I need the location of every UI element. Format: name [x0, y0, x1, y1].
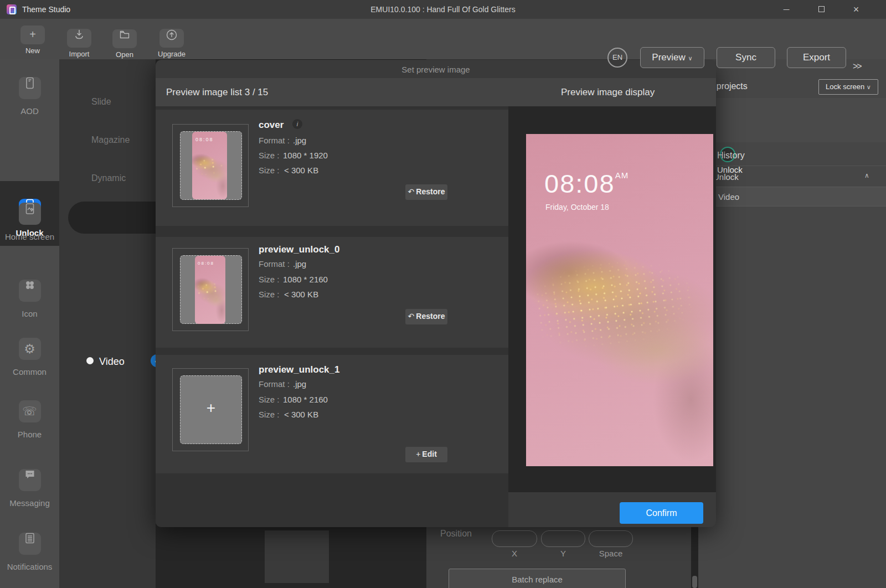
size-label: Size :: [259, 151, 280, 160]
format-label: Format :: [259, 259, 290, 269]
new-label: New: [17, 47, 48, 55]
dialog-title: Set preview image: [156, 65, 716, 74]
glitter-overlay: [533, 251, 703, 356]
sidebar-item-home-screen[interactable]: Home screen: [0, 198, 59, 242]
space-label: Space: [589, 549, 633, 558]
restore-label: Restore: [416, 312, 445, 321]
dialog-subheader: Preview image list 3 / 15 Preview image …: [156, 78, 716, 106]
screen-type-value: Lock screen: [826, 82, 864, 91]
close-button[interactable]: ×: [848, 4, 864, 15]
icon-label: Icon: [0, 308, 59, 319]
format-label: Format :: [259, 379, 290, 389]
subnav-item-magazine[interactable]: Magazine: [91, 135, 130, 145]
glitter-overlay: [193, 156, 225, 177]
unlock-section-row[interactable]: Unlock ∧: [698, 166, 886, 187]
sidebar-item-phone[interactable]: ☏ Phone: [0, 400, 59, 440]
batch-replace-button[interactable]: Batch replace: [449, 569, 626, 588]
size-value: 1080 * 2160: [283, 275, 328, 284]
projects-panel: >> My projects Lock screen ∨ Unlock Hist…: [698, 59, 886, 588]
item-name: cover: [259, 120, 284, 131]
edit-button[interactable]: +Edit: [405, 447, 447, 462]
sync-button[interactable]: Sync: [717, 47, 775, 68]
filesize-label: Size :: [259, 290, 280, 299]
subnav-panel: Slide Magazine Dynamic Video ✓: [59, 59, 156, 588]
unlock0-thumbnail-image: 08:08: [195, 256, 225, 324]
confirm-button[interactable]: Confirm: [620, 502, 703, 524]
import-button[interactable]: Import: [63, 25, 96, 58]
format-value: .jpg: [293, 136, 306, 145]
space-input[interactable]: [589, 530, 633, 547]
thumbnail-frame: +: [172, 368, 249, 451]
lockscreen-ampm: AM: [615, 171, 629, 180]
y-input[interactable]: [541, 530, 585, 547]
undo-icon: ↶: [408, 187, 415, 196]
export-button[interactable]: Export: [787, 47, 846, 68]
x-label: X: [492, 549, 537, 558]
sidebar-item-notifications[interactable]: Notifications: [0, 527, 59, 572]
new-button[interactable]: + New: [17, 25, 48, 55]
thumb-clock: 08:08: [198, 261, 214, 266]
size-value: 1080 * 1920: [283, 151, 328, 160]
size-value: 1080 * 2160: [283, 395, 328, 404]
lockscreen-clock: 08:08AM: [544, 168, 629, 199]
upgrade-button[interactable]: Upgrade: [154, 25, 189, 58]
canvas-thumbnail-frame[interactable]: [265, 530, 329, 583]
notifications-label: Notifications: [0, 561, 59, 572]
maximize-button[interactable]: [813, 4, 830, 15]
thumbnail-frame: 08:08: [172, 124, 249, 207]
video-label: Video: [99, 356, 125, 368]
open-button[interactable]: Open: [109, 25, 141, 59]
size-label: Size :: [259, 395, 280, 404]
preview-button[interactable]: Preview ∨: [640, 47, 704, 68]
chevron-down-icon: ∨: [867, 84, 871, 90]
lockscreen-date: Friday, October 18: [545, 203, 609, 212]
plus-icon: +: [20, 25, 45, 44]
home-screen-label: Home screen: [0, 231, 59, 242]
project-item[interactable]: Unlock: [698, 98, 886, 142]
subnav-item-video[interactable]: Video ✓: [68, 202, 156, 234]
y-label: Y: [541, 549, 585, 558]
scrollbar-thumb[interactable]: [692, 576, 697, 588]
aod-label: AOD: [0, 106, 59, 116]
notifications-icon: [19, 533, 41, 555]
collapse-panel-icon[interactable]: >>: [853, 61, 861, 71]
restore-button[interactable]: ↶Restore: [405, 309, 447, 324]
scrollbar[interactable]: [691, 527, 698, 588]
minimize-button[interactable]: ─: [778, 4, 795, 15]
sidebar-item-aod[interactable]: AOD: [0, 72, 59, 116]
list-item-preview-unlock-1[interactable]: + preview_unlock_1 Format : .jpg Size : …: [156, 355, 508, 473]
item-name: preview_unlock_0: [259, 244, 339, 255]
import-label: Import: [63, 50, 96, 58]
restore-label: Restore: [416, 187, 445, 196]
sidebar-item-icon[interactable]: Icon: [0, 274, 59, 319]
sidebar-item-common[interactable]: ⚙ Common: [0, 338, 59, 377]
x-input[interactable]: [492, 530, 537, 547]
language-button[interactable]: EN: [607, 48, 627, 68]
list-item-cover[interactable]: 08:08 cover i Format : .jpg Size : 1080 …: [156, 110, 508, 226]
restore-button[interactable]: ↶Restore: [405, 184, 447, 200]
sidebar-item-messaging[interactable]: Messaging: [0, 463, 59, 508]
message-bubble-icon: [19, 469, 41, 491]
history-item[interactable]: History: [717, 151, 745, 161]
item-name: preview_unlock_1: [259, 364, 339, 375]
phone-preview-image: 08:08AM Friday, October 18: [526, 134, 713, 466]
icon-grid-icon: [19, 280, 41, 302]
messaging-label: Messaging: [0, 498, 59, 508]
sidebar: AOD Unlock Home screen Icon ⚙ Common ☏ P…: [0, 59, 59, 588]
subnav-item-slide[interactable]: Slide: [91, 97, 111, 107]
common-label: Common: [0, 367, 59, 377]
titlebar: Theme Studio EMUI10.0.100 : Hand Full Of…: [0, 0, 886, 19]
filesize-value: < 300 KB: [284, 410, 318, 419]
document-title: EMUI10.0.100 : Hand Full Of Gold Glitter…: [0, 5, 886, 14]
video-subitem-row[interactable]: Video: [698, 187, 886, 207]
filesize-label: Size :: [259, 410, 280, 419]
format-label: Format :: [259, 136, 290, 145]
subnav-item-dynamic[interactable]: Dynamic: [91, 173, 126, 183]
thumbnail-frame: 08:08: [172, 248, 249, 331]
screen-type-select[interactable]: Lock screen ∨: [818, 79, 878, 95]
preview-list-header: Preview image list 3 / 15: [166, 87, 268, 98]
info-icon[interactable]: i: [292, 119, 302, 129]
open-label: Open: [109, 50, 141, 59]
list-item-preview-unlock-0[interactable]: 08:08 preview_unlock_0 Format : .jpg Siz…: [156, 237, 508, 348]
import-icon: [67, 29, 91, 48]
